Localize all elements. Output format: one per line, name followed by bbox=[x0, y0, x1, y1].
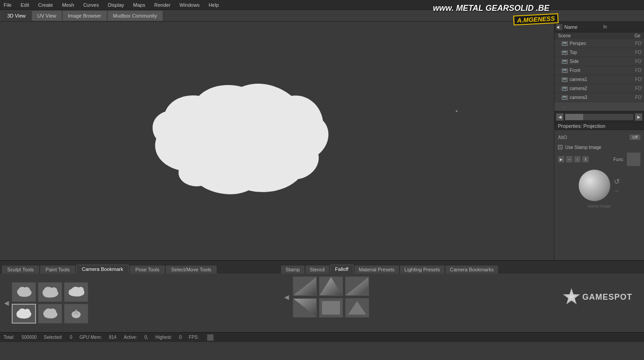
menu-maps[interactable]: Maps bbox=[132, 1, 147, 9]
tab-falloff[interactable]: Falloff bbox=[330, 265, 354, 274]
props-stamp-row[interactable]: Use Stamp Image bbox=[558, 143, 640, 152]
tool-thumb-4[interactable] bbox=[12, 304, 36, 324]
props-arrow-row: ▶ ↔ ↕ ⇕ Func bbox=[558, 153, 640, 166]
refresh-icon[interactable]: ↺ bbox=[614, 177, 620, 186]
tab-uv-view[interactable]: UV View bbox=[32, 11, 62, 21]
menu-display[interactable]: Display bbox=[106, 1, 126, 9]
tab-select-move-tools[interactable]: Select/Move Tools bbox=[166, 266, 217, 274]
tab-camera-bookmark[interactable]: Camera Bookmark bbox=[76, 265, 129, 274]
falloff-2-svg bbox=[320, 277, 342, 295]
tree-item-val: FO' bbox=[635, 68, 642, 73]
menu-edit[interactable]: Edit bbox=[19, 1, 31, 9]
status-highest-value: 0 bbox=[179, 335, 182, 340]
menu-mesh[interactable]: Mesh bbox=[60, 1, 76, 9]
gamespot-star bbox=[562, 288, 581, 306]
tree-item-camera2[interactable]: 📷 camera2 FO' bbox=[554, 84, 644, 93]
preview-ball bbox=[579, 170, 610, 201]
scene-nav-track[interactable] bbox=[565, 114, 633, 120]
falloff-thumb-5[interactable] bbox=[319, 298, 343, 318]
menu-help[interactable]: Help bbox=[207, 1, 221, 9]
tool-thumb-5[interactable] bbox=[38, 304, 62, 324]
menu-windows[interactable]: Windows bbox=[178, 1, 202, 9]
preview-ball-container: ↺ → bbox=[558, 168, 640, 203]
arrow-btn-triangle[interactable]: ▶ bbox=[558, 156, 564, 162]
tab-pose-tools[interactable]: Pose Tools bbox=[130, 266, 165, 274]
scene-root-item[interactable]: Scene Ge bbox=[554, 32, 644, 39]
tool-thumb-6[interactable] bbox=[64, 304, 88, 324]
properties-title: Properties: Projection bbox=[558, 123, 605, 129]
tree-item-front[interactable]: 📷 Front FO' bbox=[554, 66, 644, 75]
tool-thumb-5-svg bbox=[41, 306, 59, 321]
func-label: Func bbox=[613, 157, 623, 162]
tree-item-label: Front bbox=[570, 68, 635, 73]
tree-item-side[interactable]: 📷 Side FO' bbox=[554, 57, 644, 66]
tree-item-label: camera2 bbox=[570, 86, 635, 91]
tree-item-camera3[interactable]: 📷 camera3 FO' bbox=[554, 93, 644, 102]
falloff-thumb-6[interactable] bbox=[345, 298, 369, 318]
tool-thumb-1[interactable] bbox=[12, 282, 36, 302]
arrow-right-icon[interactable]: → bbox=[614, 188, 620, 194]
panel-toggle[interactable]: ◀ bbox=[556, 24, 562, 30]
tab-material-presets[interactable]: Material Presets bbox=[354, 266, 399, 274]
menu-create[interactable]: Create bbox=[36, 1, 55, 9]
falloff-thumb-2[interactable] bbox=[319, 276, 343, 296]
tab-paint-tools[interactable]: Paint Tools bbox=[40, 266, 75, 274]
tool-thumbs-grid bbox=[12, 282, 88, 324]
falloff-thumb-4[interactable] bbox=[293, 298, 317, 318]
menu-file[interactable]: File bbox=[2, 1, 14, 9]
tool-content: ◀ bbox=[0, 274, 644, 332]
tree-item-perspec[interactable]: 📷 Perspec FO' bbox=[554, 39, 644, 48]
scene-nav-right[interactable]: ▶ bbox=[635, 113, 642, 121]
tab-image-browser[interactable]: Image Browser bbox=[63, 11, 107, 21]
status-selected-label: Selected: bbox=[44, 335, 63, 340]
tool-thumb-2[interactable] bbox=[38, 282, 62, 302]
props-bottom-label: stamp image bbox=[558, 203, 640, 209]
tree-item-label: camera3 bbox=[570, 95, 635, 100]
tab-stencil[interactable]: Stencil bbox=[305, 266, 329, 274]
camera-icon: 📷 bbox=[562, 59, 568, 64]
cursor-dot bbox=[456, 110, 458, 112]
scene-tree-name-header: Name bbox=[564, 24, 603, 30]
tree-item-camera1[interactable]: 📷 camera1 FO' bbox=[554, 75, 644, 84]
tab-lighting-presets[interactable]: Lighting Presets bbox=[400, 266, 444, 274]
tree-item-label: camera1 bbox=[570, 77, 635, 82]
tab-3d-view[interactable]: 3D View bbox=[2, 11, 31, 21]
props-off-badge[interactable]: Off bbox=[630, 135, 640, 140]
status-fps-label: FPS: bbox=[189, 335, 199, 340]
stamp-scroll-left[interactable]: ◀ bbox=[282, 287, 291, 307]
arrow-btn-up[interactable]: ↕ bbox=[574, 156, 581, 162]
camera-icon: 📷 bbox=[562, 68, 568, 73]
menu-bar: File Edit Create Mesh Curves Display Map… bbox=[0, 0, 644, 10]
menu-curves[interactable]: Curves bbox=[82, 1, 101, 9]
tab-sculpt-tools[interactable]: Sculpt Tools bbox=[2, 266, 39, 274]
tool-thumb-3-svg bbox=[67, 285, 85, 299]
right-panel: ◀ Name In Scene Ge 📷 Perspec FO' 📷 Top F… bbox=[554, 22, 644, 260]
falloff-thumb-1[interactable] bbox=[293, 276, 317, 296]
status-gpu-label: GPU Mem: bbox=[80, 335, 102, 340]
tool-scroll-left[interactable]: ◀ bbox=[2, 293, 11, 313]
tree-item-label: Top bbox=[570, 50, 635, 55]
falloff-grid bbox=[293, 276, 369, 318]
tree-item-extra[interactable]: ... bbox=[554, 102, 644, 111]
falloff-5-svg bbox=[320, 299, 342, 317]
camera-icon: 📷 bbox=[562, 86, 568, 91]
tree-item-val: FO' bbox=[635, 59, 642, 64]
tab-stamp[interactable]: Stamp bbox=[281, 266, 304, 274]
arrow-btn-updown[interactable]: ⇕ bbox=[582, 156, 589, 162]
viewport-3d[interactable] bbox=[0, 22, 554, 260]
tool-row-1 bbox=[12, 282, 88, 302]
falloff-thumb-3[interactable] bbox=[345, 276, 369, 296]
tab-camera-bookmarks[interactable]: Camera Bookmarks bbox=[445, 266, 498, 274]
scene-nav-left[interactable]: ◀ bbox=[556, 113, 563, 121]
gamespot-logo: GAMESPOT bbox=[562, 288, 632, 306]
tree-item-label: Side bbox=[570, 59, 635, 64]
use-stamp-checkbox[interactable] bbox=[558, 145, 562, 149]
tree-item-top[interactable]: 📷 Top FO' bbox=[554, 48, 644, 57]
tool-thumb-2-svg bbox=[41, 285, 59, 299]
menu-render[interactable]: Render bbox=[152, 1, 172, 9]
tool-thumb-3[interactable] bbox=[64, 282, 88, 302]
tab-mudbox-community[interactable]: Mudbox Community bbox=[108, 11, 163, 21]
arrow-btn-left[interactable]: ↔ bbox=[566, 156, 572, 162]
left-tools-area: ◀ bbox=[0, 274, 279, 332]
stamp-content: ◀ bbox=[279, 274, 644, 332]
